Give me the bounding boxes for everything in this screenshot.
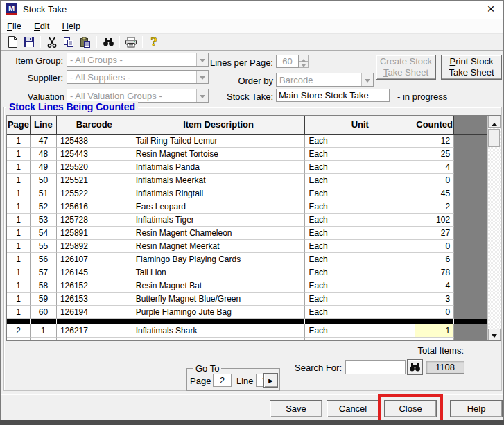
cell[interactable]: 1 — [7, 227, 31, 240]
cell[interactable]: 126217 — [57, 324, 132, 338]
scrollbar-thumb[interactable] — [488, 129, 500, 147]
table-row[interactable]: 149125520Inflatimals PandaEach4 — [7, 161, 487, 174]
new-document-icon[interactable] — [4, 35, 21, 49]
column-header-item-description[interactable]: Item Description — [132, 116, 306, 134]
table-row[interactable]: 154125891Resin Magent ChameleonEach27 — [7, 227, 487, 240]
cell[interactable]: 1 — [415, 324, 454, 338]
cell[interactable]: Butterfly Magnet Blue/Green — [132, 293, 306, 306]
cell[interactable]: Tail Ring Tailed Lemur — [132, 135, 306, 148]
cell[interactable]: Inflatimals Shark — [132, 324, 306, 338]
cell[interactable]: 54 — [31, 227, 57, 240]
print-stock-take-sheet-button[interactable]: Print Stock Take Sheet — [441, 55, 502, 80]
cell[interactable]: 47 — [31, 135, 57, 148]
menu-edit[interactable]: Edit — [28, 19, 55, 33]
cell[interactable]: Each — [305, 324, 415, 338]
paste-icon[interactable] — [77, 35, 94, 49]
cell[interactable]: 126107 — [57, 253, 132, 266]
cell[interactable]: 12 — [415, 135, 454, 148]
cell[interactable]: Resin Magnet Meerkat — [132, 240, 306, 253]
table-row[interactable]: 147125438Tail Ring Tailed LemurEach12 — [7, 135, 487, 148]
cell[interactable]: 25 — [415, 148, 454, 161]
cell[interactable]: 1 — [7, 293, 31, 306]
cell[interactable]: 58 — [31, 279, 57, 293]
cell[interactable]: 48 — [31, 148, 57, 161]
cell[interactable]: 60 — [31, 306, 57, 319]
table-row[interactable]: 22126218Inflatimals FlamingoEach — [7, 338, 487, 340]
cell[interactable]: 1 — [7, 279, 31, 293]
cell[interactable]: Each — [305, 135, 415, 148]
cell[interactable]: 126153 — [57, 293, 132, 306]
window-close-icon[interactable]: × — [484, 1, 498, 17]
cell[interactable]: 4 — [415, 279, 454, 293]
cell[interactable]: 2 — [31, 338, 57, 340]
lines-per-page-stepper[interactable]: 60 — [276, 55, 309, 68]
valuation-group-select[interactable]: - All Valuation Groups - — [67, 89, 209, 103]
cell[interactable]: 52 — [31, 200, 57, 214]
cell[interactable]: Resin Magnet Tortoise — [132, 148, 306, 161]
save-button[interactable]: Save — [270, 400, 322, 417]
cell[interactable]: Each — [305, 338, 415, 340]
table-row[interactable]: 150125521Inflatimals MeerkatEach0 — [7, 174, 487, 187]
cell[interactable]: 1 — [7, 200, 31, 214]
cell[interactable]: 125521 — [57, 174, 132, 187]
order-by-select[interactable]: Barcode — [276, 73, 374, 87]
cell[interactable]: 1 — [7, 253, 31, 266]
cell[interactable]: 2 — [7, 324, 31, 338]
cell[interactable]: 0 — [415, 174, 454, 187]
cell[interactable]: Each — [305, 187, 415, 200]
print-icon[interactable] — [123, 35, 139, 49]
cell[interactable]: 6 — [415, 253, 454, 266]
vertical-scrollbar[interactable] — [487, 116, 501, 340]
cell[interactable]: 57 — [31, 266, 57, 279]
cell[interactable]: 126145 — [57, 266, 132, 279]
cell[interactable]: Flamingo Bay Playing Cards — [132, 253, 306, 266]
spin-up-icon[interactable] — [299, 55, 309, 62]
scroll-up-icon[interactable] — [488, 116, 501, 128]
cell[interactable]: Inflatimals Meerkat — [132, 174, 306, 187]
cell[interactable]: 1 — [7, 187, 31, 200]
help-icon[interactable]: ? — [146, 35, 162, 49]
cell[interactable]: 125438 — [57, 135, 132, 148]
cell[interactable]: Each — [305, 227, 415, 240]
copy-icon[interactable] — [60, 35, 77, 49]
search-find-button[interactable] — [407, 359, 423, 375]
cell[interactable]: Tail Lion — [132, 266, 306, 279]
table-row[interactable]: 158126152Resin Magnet BatEach4 — [7, 279, 487, 293]
table-row[interactable]: 155125892Resin Magnet MeerkatEach0 — [7, 240, 487, 253]
cell[interactable]: 50 — [31, 174, 57, 187]
cell[interactable]: 125443 — [57, 148, 132, 161]
column-header-barcode[interactable]: Barcode — [57, 116, 132, 134]
cell[interactable]: 125520 — [57, 161, 132, 174]
cell[interactable]: Each — [305, 279, 415, 293]
cell[interactable]: 0 — [415, 240, 454, 253]
cell[interactable]: 125891 — [57, 227, 132, 240]
item-group-select[interactable]: - All Groups - — [67, 53, 209, 67]
cell[interactable]: 51 — [31, 187, 57, 200]
cell[interactable]: Each — [305, 293, 415, 306]
table-row[interactable]: 160126194Purple Flamingo Jute BagEach0 — [7, 306, 487, 319]
cell[interactable]: 125892 — [57, 240, 132, 253]
cell[interactable]: Each — [305, 174, 415, 187]
cell[interactable]: 126218 — [57, 338, 132, 340]
cell[interactable]: Resin Magnet Bat — [132, 279, 306, 293]
table-row[interactable]: 148125443Resin Magnet TortoiseEach25 — [7, 148, 487, 161]
cell[interactable]: 2 — [415, 200, 454, 214]
cell[interactable]: 1 — [7, 174, 31, 187]
cell[interactable]: 1 — [7, 240, 31, 253]
cell[interactable]: 125616 — [57, 200, 132, 214]
cell[interactable]: 1 — [7, 161, 31, 174]
cell[interactable]: 56 — [31, 253, 57, 266]
cell[interactable]: 27 — [415, 227, 454, 240]
cell[interactable]: 1 — [7, 135, 31, 148]
cell[interactable]: Purple Flamingo Jute Bag — [132, 306, 306, 319]
column-header-page[interactable]: Page — [7, 116, 31, 134]
menu-file[interactable]: File — [1, 19, 28, 33]
cell[interactable]: 1 — [7, 306, 31, 319]
cell[interactable]: 0 — [415, 306, 454, 319]
table-row[interactable]: 151125522Inflatimals RingtailEach45 — [7, 187, 487, 200]
cell[interactable]: 53 — [31, 214, 57, 227]
cell[interactable]: 2 — [7, 338, 31, 340]
create-stock-take-sheet-button[interactable]: Create Stock Take Sheet — [376, 55, 436, 80]
cell[interactable]: Each — [305, 148, 415, 161]
cell[interactable]: Inflatimals Tiger — [132, 214, 306, 227]
